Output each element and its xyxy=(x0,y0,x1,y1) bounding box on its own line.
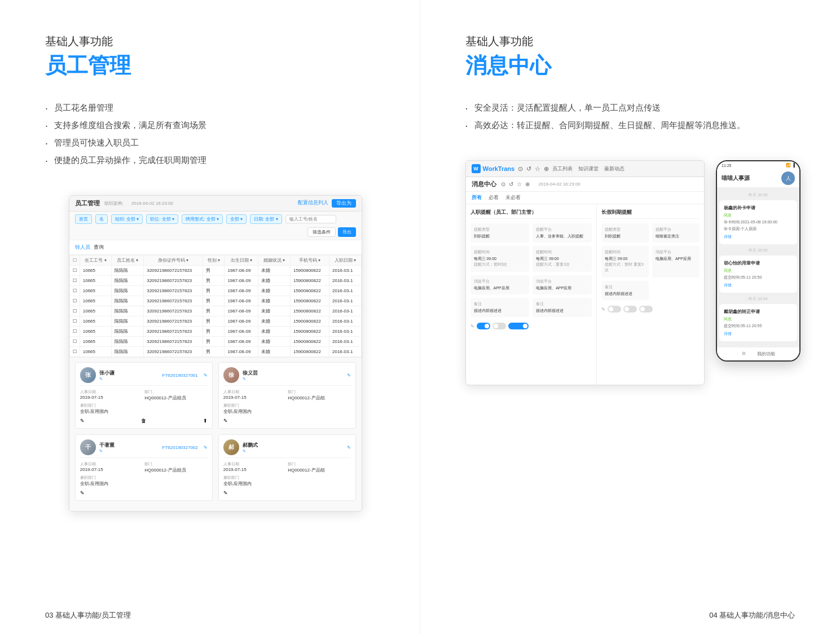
td-cell-7: 2016-03-1 xyxy=(329,266,362,276)
table-row[interactable]: ☐10665陈陈陈320921986072157823男1987-08-09未婚… xyxy=(69,337,361,347)
td-checkbox[interactable]: ☐ xyxy=(69,286,80,296)
export-btn[interactable]: 导出为 xyxy=(332,199,356,208)
td-cell-7: 2016-03-1 xyxy=(329,286,362,296)
phone-msg-link-3[interactable]: 详情 xyxy=(724,331,793,337)
emp-org-1: 部门 HQ000012-产品组员 xyxy=(144,389,208,401)
toggle-left-1[interactable] xyxy=(477,323,490,329)
share-icon-1[interactable]: ⬆ xyxy=(203,418,208,424)
td-checkbox[interactable]: ☐ xyxy=(69,296,80,306)
phone-title: 喵喵人事源 xyxy=(722,174,750,182)
phone-app-header: 喵喵人事源 人 xyxy=(717,169,799,188)
edit-icon-3[interactable]: ✎ xyxy=(80,490,85,496)
phone-msg-link-2[interactable]: 详情 xyxy=(724,283,793,288)
phone-tab-home[interactable]: ⊙ xyxy=(742,351,746,357)
dept-val-1: 全职-应用国内 xyxy=(80,409,109,414)
msg-refresh-icon: ↺ xyxy=(509,181,513,187)
table-row[interactable]: ☐10665陈陈陈320921986072157823男1987-08-09未婚… xyxy=(69,327,361,337)
td-cell-6: 15900800822 xyxy=(290,266,329,276)
td-checkbox[interactable]: ☐ xyxy=(69,347,80,357)
td-cell-0: 10665 xyxy=(80,347,112,357)
edit-icon-4[interactable]: ✎ xyxy=(223,490,228,496)
emp-card-row-1: 张 张小谦 ✎ FT620190327001 ✎ xyxy=(75,362,356,429)
phone-msg-link-1[interactable]: 详情 xyxy=(724,234,793,240)
phone-tab-my[interactable]: 我的功能 xyxy=(757,351,775,357)
td-cell-4: 1987-08-09 xyxy=(225,296,258,306)
delete-icon-1[interactable]: 🗑 xyxy=(141,418,146,424)
config-label-time: 提醒时间 xyxy=(474,249,526,255)
edit-icon-1[interactable]: ✎ xyxy=(80,418,85,424)
td-cell-0: 10665 xyxy=(80,286,112,296)
td-checkbox[interactable]: ☐ xyxy=(69,266,80,276)
tab-query[interactable]: 查询 xyxy=(94,244,104,251)
table-row[interactable]: ☐10665陈陈陈320921986072157823男1987-08-09未婚… xyxy=(69,296,361,306)
config-item-note2: 备注 描述内部描述述 xyxy=(533,298,592,317)
phone-msg-card-3[interactable]: 戴胡鑫的转正申请 同意 提交时间:05-11 20:55 详情 xyxy=(719,304,797,341)
toggle-left-3[interactable] xyxy=(508,323,529,329)
table-row[interactable]: ☐10665陈陈陈320921986072157823男1987-08-09未婚… xyxy=(69,266,361,276)
emp-edit-2[interactable]: ✎ xyxy=(347,373,351,378)
right-section: 基础人事功能 消息中心 安全灵活：灵活配置提醒人，单一员工点对点传送 高效必达：… xyxy=(420,0,841,634)
nav-knowledge[interactable]: 知识课堂 xyxy=(578,165,599,173)
filter-tag-1[interactable]: 首页 xyxy=(75,214,92,224)
desktop-header: W WorkTrans ⊙ ↺ ☆ ⊕ 员工列表 知识课堂 最新动态 xyxy=(466,161,705,177)
subtab-unrequired[interactable]: 未必看 xyxy=(505,194,521,201)
emp-edit-1[interactable]: ✎ xyxy=(204,373,208,378)
table-row[interactable]: ☐10665陈陈陈320921986072157823男1987-08-09未婚… xyxy=(69,286,361,296)
filter-date[interactable]: 日期: 全部 ▾ xyxy=(250,214,282,224)
msg-toggle-row-left: ✎ xyxy=(470,323,592,329)
feature-item-3: 管理员可快速入职员工 xyxy=(45,138,386,148)
tab-import[interactable]: 转人员 xyxy=(75,243,90,252)
th-gender: 性别 ▾ xyxy=(203,256,225,266)
emp-edit-3[interactable]: ✎ xyxy=(204,445,208,450)
toggle-left-2[interactable] xyxy=(492,323,506,329)
td-cell-5: 未婚 xyxy=(258,347,291,357)
emp-edit-4[interactable]: ✎ xyxy=(347,445,351,450)
settings-icon: ⊕ xyxy=(544,165,549,173)
table-row[interactable]: ☐10665陈陈陈320921986072157823男1987-08-09未婚… xyxy=(69,347,361,357)
filter-pos[interactable]: 职位: 全部 ▾ xyxy=(146,214,178,224)
filter-hire[interactable]: 聘用形式: 全部 ▾ xyxy=(182,214,223,224)
table-row[interactable]: ☐10665陈陈陈320921986072157823男1987-08-09未婚… xyxy=(69,306,361,316)
customize-btn[interactable]: 配置信息列入 xyxy=(298,199,328,208)
table-row[interactable]: ☐10665陈陈陈320921986072157823男1987-08-09未婚… xyxy=(69,276,361,286)
td-checkbox[interactable]: ☐ xyxy=(69,276,80,286)
config-label-platform: 提醒平台 xyxy=(536,227,588,232)
toggle-right-3[interactable] xyxy=(639,306,653,312)
phone-msg-card-1[interactable]: 杨鑫的补卡申请 同意 补卡时间:2021-05-08 19:00:00 补卡原因… xyxy=(719,200,797,244)
emp-id-display-1: FT620190327001 xyxy=(162,373,198,378)
msg-center-title: 消息中心 xyxy=(472,180,496,188)
nav-latest[interactable]: 最新动态 xyxy=(604,165,624,173)
emp-info-grid-1: 人事日期 2019-07-15 部门 HQ000012-产品组员 兼职部门 全职… xyxy=(80,389,208,415)
table-row[interactable]: ☐10665陈陈陈320921986072157823男1987-08-09未婚… xyxy=(69,316,361,327)
th-checkbox: ☐ xyxy=(69,256,80,266)
filter-tag-2[interactable]: 名 xyxy=(95,214,108,224)
toolbar-buttons: 筛选条件 导出 xyxy=(307,227,356,237)
toggle-right-2[interactable] xyxy=(623,306,637,312)
edit-icon-2[interactable]: ✎ xyxy=(223,418,228,424)
subtab-required[interactable]: 必看 xyxy=(489,194,499,201)
msg-subtabs: 所有 必看 未必看 xyxy=(466,192,705,204)
th-joindate: 入职日期 ▾ xyxy=(329,256,362,266)
page-container: 基础人事功能 员工管理 员工花名册管理 支持多维度组合搜索，满足所有查询场景 管… xyxy=(0,0,840,634)
td-checkbox[interactable]: ☐ xyxy=(69,327,80,337)
td-cell-2: 320921986072157823 xyxy=(144,276,203,286)
emp-mgmt-mockup-area: 员工管理 组织架构 2019-04-02 16:23:00 配置信息列入 导出为… xyxy=(45,195,386,611)
td-checkbox[interactable]: ☐ xyxy=(69,337,80,347)
filter-all[interactable]: 全部 ▾ xyxy=(226,214,247,224)
nav-employee-list[interactable]: 员工列表 xyxy=(552,165,573,173)
export-btn-2[interactable]: 导出 xyxy=(338,227,356,237)
join-date-val-1: 2019-07-15 xyxy=(80,395,103,400)
toggle-right-1[interactable] xyxy=(608,306,621,312)
td-cell-1: 陈陈陈 xyxy=(112,347,144,357)
td-cell-5: 未婚 xyxy=(258,266,291,276)
subtab-all[interactable]: 所有 xyxy=(472,194,482,201)
emp-card-ganzhuzhong: 干 干著重 ✎ FT620190327002 ✎ xyxy=(75,434,213,501)
mockup-header: 员工管理 组织架构 2019-04-02 16:23:00 配置信息列入 导出为 xyxy=(69,196,362,212)
td-checkbox[interactable]: ☐ xyxy=(69,306,80,316)
filter-conditions-btn[interactable]: 筛选条件 xyxy=(307,227,336,237)
phone-msg-card-2[interactable]: 胡心怡的用章申请 同意 提交时间:05-11 20:50 详情 xyxy=(719,256,797,293)
td-cell-3: 男 xyxy=(203,286,225,296)
td-checkbox[interactable]: ☐ xyxy=(69,316,80,327)
search-input[interactable] xyxy=(285,215,336,223)
filter-org[interactable]: 组织: 全部 ▾ xyxy=(111,214,143,224)
